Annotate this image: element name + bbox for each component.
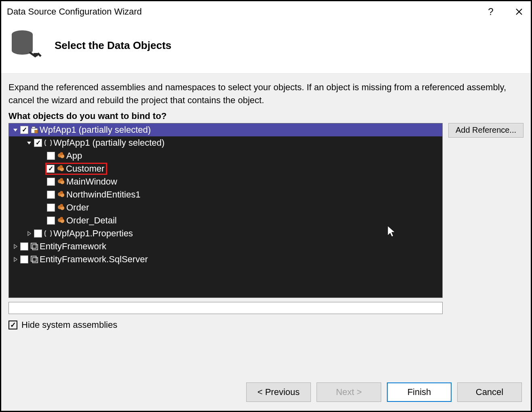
next-button: Next > bbox=[317, 382, 381, 402]
tree-label: MainWindow bbox=[66, 176, 117, 187]
tree-node-class-app[interactable]: App bbox=[9, 149, 442, 162]
window-title: Data Source Configuration Wizard bbox=[7, 6, 485, 17]
hide-assemblies-checkbox[interactable] bbox=[8, 321, 17, 329]
banner: Select the Data Objects bbox=[1, 22, 531, 74]
close-icon bbox=[515, 8, 523, 15]
checkbox[interactable] bbox=[34, 229, 42, 238]
checkbox[interactable] bbox=[20, 242, 28, 251]
tree-node-class-orderdetail[interactable]: Order_Detail bbox=[9, 214, 442, 227]
side-column: Add Reference... bbox=[448, 123, 524, 330]
class-icon bbox=[56, 164, 65, 173]
tree-node-class-northwindentities1[interactable]: NorthwindEntities1 bbox=[9, 188, 442, 201]
tree-node-assembly-entityframework[interactable]: EntityFramework bbox=[9, 240, 442, 253]
instruction-text: Expand the referenced assemblies and nam… bbox=[8, 81, 524, 107]
tree-label: NorthwindEntities1 bbox=[66, 189, 140, 200]
tree-node-class-customer[interactable]: Customer bbox=[9, 162, 442, 175]
namespace-icon bbox=[44, 138, 53, 147]
tree-node-namespace-properties[interactable]: WpfApp1.Properties bbox=[9, 227, 442, 240]
class-icon bbox=[57, 216, 65, 225]
checkbox[interactable] bbox=[20, 255, 28, 263]
tree-label: App bbox=[66, 151, 82, 161]
hide-assemblies-label: Hide system assemblies bbox=[21, 320, 117, 330]
tree-node-class-order[interactable]: Order bbox=[9, 201, 442, 214]
add-reference-button[interactable]: Add Reference... bbox=[448, 123, 524, 138]
wizard-window: Data Source Configuration Wizard ? Selec… bbox=[0, 0, 532, 412]
checkbox[interactable] bbox=[47, 217, 55, 225]
assembly-icon bbox=[30, 255, 39, 264]
checkbox[interactable] bbox=[46, 165, 55, 173]
hide-assemblies-row: Hide system assemblies bbox=[8, 320, 443, 330]
expander-closed-icon[interactable] bbox=[12, 243, 19, 250]
checkbox[interactable] bbox=[47, 204, 55, 212]
assembly-icon bbox=[30, 242, 39, 251]
cancel-button[interactable]: Cancel bbox=[457, 382, 522, 402]
tree-label: Order_Detail bbox=[66, 215, 117, 226]
tree-label: Customer bbox=[66, 164, 104, 174]
system-buttons: ? bbox=[485, 6, 525, 18]
banner-heading: Select the Data Objects bbox=[55, 39, 171, 52]
expander-open-icon[interactable] bbox=[26, 140, 32, 146]
class-icon bbox=[57, 177, 65, 186]
checkbox[interactable] bbox=[47, 191, 55, 199]
expander-closed-icon[interactable] bbox=[12, 256, 19, 263]
namespace-icon bbox=[44, 229, 53, 238]
tree-node-project-wpfapp1[interactable]: WpfApp1 (partially selected) bbox=[9, 123, 442, 136]
annotation-highlight: Customer bbox=[45, 163, 107, 175]
checkbox[interactable] bbox=[47, 152, 55, 160]
checkbox[interactable] bbox=[34, 139, 42, 147]
titlebar: Data Source Configuration Wizard ? bbox=[1, 1, 531, 22]
tree-node-assembly-entityframework-sqlserver[interactable]: EntityFramework.SqlServer bbox=[9, 253, 442, 266]
database-icon bbox=[10, 29, 43, 62]
checkbox[interactable] bbox=[20, 126, 28, 134]
tree-label: WpfApp1 (partially selected) bbox=[53, 138, 165, 148]
project-icon bbox=[30, 125, 39, 134]
tree-label: WpfApp1 (partially selected) bbox=[40, 125, 151, 135]
expander-closed-icon[interactable] bbox=[26, 230, 32, 237]
class-icon bbox=[57, 190, 65, 199]
body: Expand the referenced assemblies and nam… bbox=[1, 74, 531, 360]
tree-node-namespace-wpfapp1[interactable]: WpfApp1 (partially selected) bbox=[9, 136, 442, 149]
close-button[interactable] bbox=[513, 6, 525, 18]
tree-label: EntityFramework bbox=[40, 241, 106, 252]
tree-label: Order bbox=[66, 202, 89, 213]
tree-column: WpfApp1 (partially selected) WpfApp1 (pa… bbox=[8, 123, 443, 330]
previous-button[interactable]: < Previous bbox=[246, 382, 311, 402]
finish-button[interactable]: Finish bbox=[387, 382, 452, 402]
tree-node-class-mainwindow[interactable]: MainWindow bbox=[9, 175, 442, 188]
expander-open-icon[interactable] bbox=[12, 127, 19, 133]
tree-label: WpfApp1.Properties bbox=[53, 228, 133, 239]
middle-row: WpfApp1 (partially selected) WpfApp1 (pa… bbox=[8, 123, 524, 330]
help-button[interactable]: ? bbox=[485, 6, 497, 18]
selection-status bbox=[8, 302, 443, 314]
class-icon bbox=[57, 203, 65, 212]
object-tree[interactable]: WpfApp1 (partially selected) WpfApp1 (pa… bbox=[8, 123, 443, 298]
checkbox[interactable] bbox=[47, 178, 55, 186]
class-icon bbox=[57, 151, 65, 160]
question-label: What objects do you want to bind to? bbox=[8, 111, 524, 121]
footer: < Previous Next > Finish Cancel bbox=[1, 360, 531, 411]
tree-label: EntityFramework.SqlServer bbox=[40, 254, 148, 265]
